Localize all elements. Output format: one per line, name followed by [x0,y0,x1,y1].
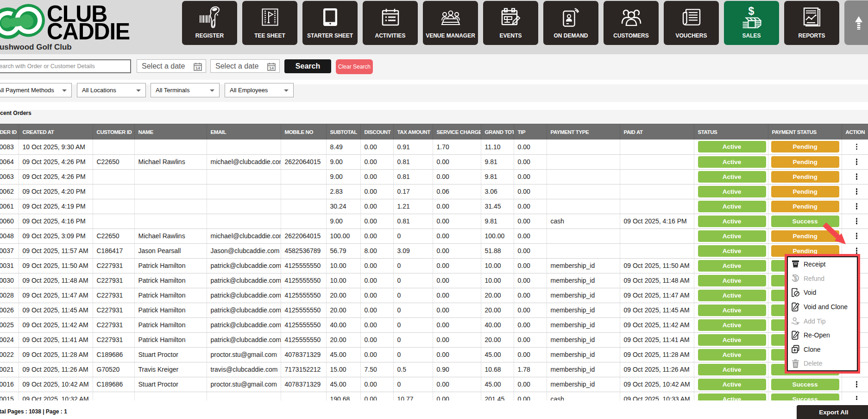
svg-text:$: $ [748,6,754,17]
svg-text:$: $ [794,275,797,282]
svg-text:14: 14 [195,66,200,70]
svg-text:14: 14 [269,66,274,70]
